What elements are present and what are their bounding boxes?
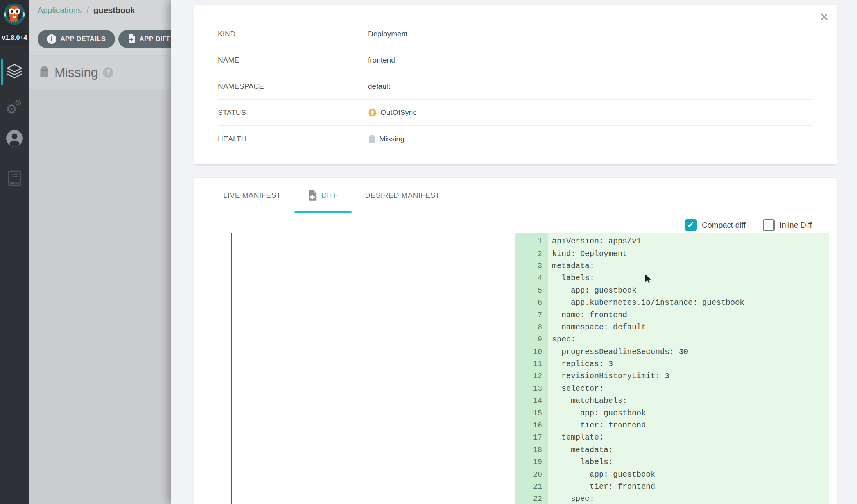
diff-controls: ✓ Compact diff ✓ Inline Diff [685,219,812,231]
line-number: 16 [515,421,548,430]
summary-row-label: NAMESPACE [218,82,368,91]
summary-row-value: Missing [368,134,404,144]
summary-row-label: KIND [218,30,368,38]
summary-row-value-text: default [368,82,390,91]
diff-line: 22 spec: [515,493,829,504]
ghost-missing-icon [39,66,50,80]
help-question-icon[interactable]: ? [103,67,113,78]
diff-line: 4 labels: [515,272,829,284]
line-number: 20 [515,470,548,479]
ghost-health-icon [368,134,376,144]
diff-line: 5 app: guestbook [515,284,829,297]
line-number: 3 [515,261,548,270]
diff-line: 18 metadata: [515,444,829,456]
version-label: v1.8.0+4 [0,34,29,41]
manifest-card: LIVE MANIFEST DIFF [194,178,837,504]
line-number: 6 [515,298,548,307]
summary-row-label: NAME [218,56,368,64]
line-number: 4 [515,273,548,282]
layers-icon [6,63,23,81]
line-text: spec: [548,335,576,344]
summary-row-value: default [368,82,390,91]
summary-row-value-text: frontend [368,56,395,64]
manifest-tab[interactable]: DESIRED MANIFEST [352,178,454,213]
tab-label: DIFF [321,191,339,200]
info-icon: i [47,34,56,44]
diff-line: 10 progressDeadlineSeconds: 30 [515,346,829,358]
app-health-label: Missing [54,65,98,80]
breadcrumb-applications-link[interactable]: Applications [38,5,82,15]
summary-row: NAMESPACE [218,73,813,100]
line-number: 11 [515,359,548,368]
diff-line: 17 template: [515,431,829,443]
checkbox[interactable]: ✓ [685,219,697,231]
summary-row: KIND [218,21,813,47]
diff-removed-pane-border [231,233,232,504]
sidebar-item-user[interactable] [0,125,29,153]
diff-view: 1 apiVersion: apps/v1 2 kind: Deployment… [194,233,837,504]
line-text: replicas: 3 [548,359,613,368]
summary-row-label: HEALTH [218,135,368,143]
diff-line: 7 name: frontend [515,309,829,321]
manifest-tab[interactable]: DIFF [294,178,352,213]
sidebar-item-help[interactable] [0,165,29,193]
summary-row-value-text: OutOfSync [380,108,417,117]
line-number: 12 [515,372,548,381]
diff-line: 8 namespace: default [515,321,829,333]
diff-line: 6 app.kubernetes.io/instance: guestbook [515,297,829,309]
app-details-button[interactable]: i APP DETAILS [38,30,115,48]
summary-row: STATUS [218,100,813,126]
diff-line: 1 apiVersion: apps/v1 [515,235,829,247]
file-diff-icon [128,33,135,45]
line-number: 21 [515,482,548,491]
summary-row-value: frontend [368,56,395,64]
summary-row-label: STATUS [218,108,368,117]
diff-added-pane: 1 apiVersion: apps/v1 2 kind: Deployment… [515,233,829,504]
help-docs-icon [7,170,22,188]
line-text: labels: [548,273,594,282]
line-text: matchLabels: [548,396,627,405]
line-text: kind: Deployment [548,249,627,258]
summary-row-value-text: Deployment [368,30,407,38]
app-diff-label: APP DIFF [139,35,171,43]
breadcrumb-separator: / [86,5,89,15]
app-details-label: APP DETAILS [60,35,106,43]
line-number: 1 [515,237,548,246]
sidebar-item-settings[interactable]: ⚙ ⚙ [0,93,29,121]
resource-slide-panel: × KIND [171,0,857,504]
line-number: 19 [515,458,548,466]
settings-gears-icon: ⚙ ⚙ [6,98,23,116]
argocd-logo-icon[interactable] [4,3,25,25]
checkbox[interactable]: ✓ [763,219,775,231]
diff-line: 19 labels: [515,456,829,468]
line-text: labels: [548,458,613,466]
sidebar-item-applications[interactable] [0,58,29,86]
summary-row-value: OutOfSync [368,108,417,117]
line-number: 2 [515,249,548,258]
diff-line: 14 matchLabels: [515,395,829,407]
checkbox-label: Inline Diff [780,221,812,230]
line-number: 5 [515,286,548,295]
diff-file-icon [308,189,317,201]
manifest-tabbar: LIVE MANIFEST DIFF [194,178,837,213]
line-number: 15 [515,409,548,418]
user-icon [5,129,23,149]
summary-row-value-text: Missing [379,135,404,143]
line-number: 10 [515,347,548,356]
diff-line: 12 revisionHistoryLimit: 3 [515,370,829,382]
line-number: 17 [515,433,548,442]
line-text: apiVersion: apps/v1 [548,237,641,246]
line-text: app: guestbook [548,409,646,418]
manifest-tab[interactable]: LIVE MANIFEST [210,178,294,213]
line-number: 8 [515,323,548,332]
diff-line: 2 kind: Deployment [515,247,829,259]
diff-option[interactable]: ✓ Inline Diff [763,219,812,231]
line-number: 18 [515,445,548,454]
line-number: 7 [515,311,548,320]
close-icon[interactable]: × [815,7,834,26]
resource-summary: KIND [218,21,813,152]
line-number: 22 [515,494,548,503]
summary-row: NAME [218,47,813,73]
sidebar: v1.8.0+4 ⚙ ⚙ [0,0,29,504]
diff-option[interactable]: ✓ Compact diff [685,219,746,231]
